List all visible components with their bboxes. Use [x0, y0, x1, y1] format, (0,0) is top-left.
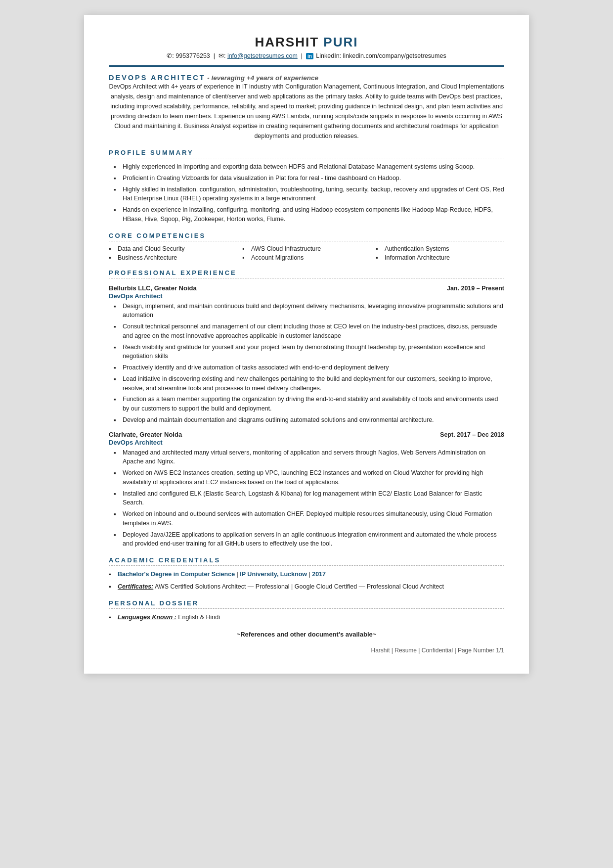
academic-credentials-title: ACADEMIC CREDENTIALS — [109, 556, 504, 566]
job-1-date: Jan. 2019 – Present — [447, 285, 504, 292]
email-link[interactable]: info@getsetresumes.com — [227, 52, 298, 59]
list-item: Proficient in Creating Vizboards for dat… — [114, 174, 504, 183]
job-2: Clarivate, Greater Noida Sept. 2017 – De… — [109, 431, 504, 549]
list-item: Worked on AWS EC2 Instances creation, se… — [114, 468, 504, 487]
job-2-date: Sept. 2017 – Dec 2018 — [440, 431, 504, 438]
degree-text: Bachelor's Degree in Computer Science — [118, 571, 235, 578]
competency-item: Account Migrations — [242, 254, 371, 261]
competency-item: Data and Cloud Security — [109, 245, 237, 252]
list-item: Develop and maintain documentation and d… — [114, 415, 504, 425]
footer-page-info: Harshit | Resume | Confidential | Page N… — [109, 647, 504, 654]
list-item: Function as a team member supporting the… — [114, 395, 504, 413]
contact-line: ✆: 9953776253 | ✉: info@getsetresumes.co… — [109, 52, 504, 59]
list-item: Installed and configured ELK (Elastic Se… — [114, 489, 504, 508]
full-name: HARSHIT PURI — [109, 35, 504, 50]
last-name: PURI — [323, 35, 358, 49]
academic-credentials-section: ACADEMIC CREDENTIALS Bachelor's Degree i… — [109, 556, 504, 592]
professional-experience-section: PROFESSIONAL EXPERIENCE Bellurbis LLC, G… — [109, 269, 504, 549]
job-2-header: Clarivate, Greater Noida Sept. 2017 – De… — [109, 431, 504, 438]
languages-label: Languages Known : — [118, 614, 176, 621]
competency-item: Authentication Systems — [376, 245, 504, 252]
cert-item: Certificates: AWS Certified Solutions Ar… — [109, 582, 504, 592]
core-competencies-section: CORE COMPETENCIES Data and Cloud Securit… — [109, 232, 504, 261]
list-item: Hands on experience in installing, confi… — [114, 205, 504, 224]
cert-text: AWS Certified Solutions Architect — Prof… — [155, 583, 444, 590]
languages-value: English & Hindi — [178, 614, 220, 621]
objective-title-row: DEVOPS ARCHITECT - leveraging +4 years o… — [109, 74, 504, 82]
list-item: Lead initiative in discovering existing … — [114, 374, 504, 393]
objective-text: DevOps Architect with 4+ years of experi… — [109, 82, 504, 141]
job-2-company: Clarivate, Greater Noida — [109, 431, 182, 438]
job-1-role: DevOps Architect — [109, 292, 504, 300]
list-item: Reach visibility and gratitude for yours… — [114, 343, 504, 362]
header: HARSHIT PURI ✆: 9953776253 | ✉: info@get… — [109, 35, 504, 67]
list-item: Design, implement, and maintain continuo… — [114, 302, 504, 320]
profile-summary-list: Highly experienced in importing and expo… — [109, 162, 504, 224]
competency-item: Business Architecture — [109, 254, 237, 261]
list-item: Worked on inbound and outbound services … — [114, 509, 504, 528]
competency-item: AWS Cloud Infrastructure — [242, 245, 371, 252]
profile-summary-section: PROFILE SUMMARY Highly experienced in im… — [109, 149, 504, 224]
personal-dossier-section: PERSONAL DOSSIER Languages Known : Engli… — [109, 599, 504, 622]
competency-item: Information Architecture — [376, 254, 504, 261]
core-competencies-title: CORE COMPETENCIES — [109, 232, 504, 241]
job-1-header: Bellurbis LLC, Greater Noida Jan. 2019 –… — [109, 284, 504, 292]
job-2-role: DevOps Architect — [109, 439, 504, 446]
footer-references: ~References and other document's availab… — [109, 631, 504, 638]
linkedin-label: LinkedIn: — [316, 52, 341, 59]
languages-item: Languages Known : English & Hindi — [109, 613, 504, 622]
phone: 9953776253 — [175, 52, 210, 59]
list-item: Proactively identify and drive automatio… — [114, 363, 504, 372]
competencies-grid: Data and Cloud Security AWS Cloud Infras… — [109, 245, 504, 261]
first-name: HARSHIT — [255, 35, 319, 49]
objective-title: DEVOPS ARCHITECT — [109, 74, 206, 82]
personal-dossier-title: PERSONAL DOSSIER — [109, 599, 504, 609]
list-item: Highly skilled in installation, configur… — [114, 185, 504, 204]
objective-subtitle: - leveraging +4 years of experience — [207, 74, 318, 82]
year-text: 2017 — [312, 571, 326, 578]
professional-experience-title: PROFESSIONAL EXPERIENCE — [109, 269, 504, 278]
list-item: Managed and architected many virtual ser… — [114, 448, 504, 467]
degree-item: Bachelor's Degree in Computer Science | … — [109, 570, 504, 579]
top-divider — [109, 65, 504, 67]
profile-summary-title: PROFILE SUMMARY — [109, 149, 504, 158]
linkedin-icon: in — [306, 53, 313, 59]
resume-page: HARSHIT PURI ✆: 9953776253 | ✉: info@get… — [84, 15, 529, 674]
job-1: Bellurbis LLC, Greater Noida Jan. 2019 –… — [109, 284, 504, 425]
cert-label: Certificates: — [118, 583, 153, 590]
list-item: Consult technical personnel and manageme… — [114, 322, 504, 341]
job-1-bullets: Design, implement, and maintain continuo… — [109, 302, 504, 425]
university-text: IP University, Lucknow — [240, 571, 307, 578]
list-item: Highly experienced in importing and expo… — [114, 162, 504, 172]
job-1-company: Bellurbis LLC, Greater Noida — [109, 284, 197, 292]
linkedin-url: linkedin.com/company/getsetresumes — [343, 52, 446, 59]
job-2-bullets: Managed and architected many virtual ser… — [109, 448, 504, 549]
list-item: Deployed Java/J2EE applications to appli… — [114, 530, 504, 549]
objective-section: DEVOPS ARCHITECT - leveraging +4 years o… — [109, 74, 504, 141]
